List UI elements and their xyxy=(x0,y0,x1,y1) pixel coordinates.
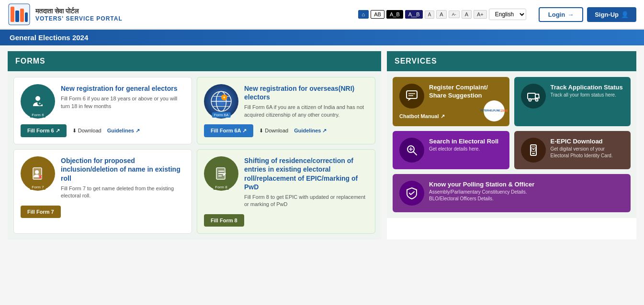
login-button[interactable]: Login → xyxy=(539,7,583,22)
svg-rect-4 xyxy=(25,12,28,22)
contrast1-button[interactable]: AB xyxy=(371,10,384,19)
polling-service-card[interactable]: Know your Polling Station & Officer Asse… xyxy=(393,174,631,212)
svg-point-27 xyxy=(529,99,531,101)
track-truck-icon xyxy=(527,89,540,103)
search-electoral-icon xyxy=(405,143,418,157)
logo-icon xyxy=(8,3,31,26)
contrast2-button[interactable]: A_B xyxy=(386,10,403,19)
form6a-info: New registration for overseas(NRI) elect… xyxy=(244,84,368,119)
form6a-description: Fill Form 6A if you are a citizen of Ind… xyxy=(244,104,368,119)
svg-rect-1 xyxy=(11,7,14,22)
guidelines-form6-button[interactable]: Guidelines ↗ xyxy=(107,128,140,134)
form7-badge: Form 7 xyxy=(30,185,45,190)
form6a-card: + Form 6A New registration for overseas(… xyxy=(197,77,375,144)
forms-section-header: FORMS xyxy=(8,51,381,71)
epic-icon-circle xyxy=(521,138,546,163)
election-banner-text: General Elections 2024 xyxy=(10,33,88,42)
form6-description: Fill Form 6 if you are 18 years or above… xyxy=(61,95,185,110)
epic-info: E-EPIC Download Get digital version of y… xyxy=(551,138,624,159)
complaint-service-card[interactable]: Register Complaint/ Share Suggestion Cha… xyxy=(393,77,509,126)
epic-description: Get digital version of your Electoral Ph… xyxy=(551,146,624,159)
form6-person-icon: + xyxy=(30,94,45,109)
complaint-info: Register Complaint/ Share Suggestion xyxy=(429,84,503,100)
polling-info: Know your Polling Station & Officer Asse… xyxy=(429,181,534,202)
svg-point-28 xyxy=(535,99,538,101)
form6a-actions: Fill Form 6A ↗ ⬇ Download Guidelines ↗ xyxy=(204,124,368,137)
form8-badge: Form 8 xyxy=(213,185,229,190)
form6-icon: + Form 6 xyxy=(21,84,55,119)
guidelines-form6a-button[interactable]: Guidelines ↗ xyxy=(294,128,327,134)
login-label: Login xyxy=(548,11,565,18)
form8-title: Shifting of residence/correction of entr… xyxy=(244,156,368,191)
home-button[interactable]: ⌂ xyxy=(358,10,369,19)
download-form6-button[interactable]: ⬇ Download xyxy=(72,128,102,134)
track-service-card[interactable]: Track Application Status Track all your … xyxy=(514,77,631,126)
search-icon-circle xyxy=(399,138,424,163)
form8-info: Shifting of residence/correction of entr… xyxy=(244,156,368,208)
form6a-badge: Form 6A xyxy=(212,112,231,118)
complaint-title: Register Complaint/ Share Suggestion xyxy=(429,84,503,100)
track-info: Track Application Status Track all your … xyxy=(551,84,623,98)
track-icon-circle xyxy=(521,84,546,109)
portal-name-english: VOTERS' SERVICE PORTAL xyxy=(35,15,123,22)
chatbot-badge: VOTER HELPLINE 1950 xyxy=(484,100,505,121)
search-info: Search in Electoral Roll Get elector det… xyxy=(429,138,498,152)
complaint-icon-circle xyxy=(399,84,424,109)
svg-rect-23 xyxy=(407,91,417,98)
search-card-inner: Search in Electoral Roll Get elector det… xyxy=(399,138,503,163)
form7-title: Objection for proposed inclusion/deletio… xyxy=(61,156,185,183)
header: मतदाता सेवा पोर्टल VOTERS' SERVICE PORTA… xyxy=(0,0,644,30)
form8-icon: Form 8 xyxy=(204,156,238,191)
contrast3-button[interactable]: A__B xyxy=(405,10,423,19)
form7-description: Fill Form 7 to get name deleted from the… xyxy=(61,185,185,200)
logo-area: मतदाता सेवा पोर्टल VOTERS' SERVICE PORTA… xyxy=(8,3,123,26)
fill-form8-button[interactable]: Fill Form 8 xyxy=(204,214,244,227)
form7-deletion-icon xyxy=(30,166,45,181)
forms-grid: + Form 6 New registration for general el… xyxy=(8,71,381,240)
track-card-inner: Track Application Status Track all your … xyxy=(521,84,624,109)
epic-card-inner: E-EPIC Download Get digital version of y… xyxy=(521,138,624,163)
form7-card-top: Form 7 Objection for proposed inclusion/… xyxy=(21,156,185,199)
form7-card: Form 7 Objection for proposed inclusion/… xyxy=(13,149,192,234)
main-content: FORMS + Form 6 New regis xyxy=(0,45,644,245)
form6-actions: Fill Form 6 ↗ ⬇ Download Guidelines ↗ xyxy=(21,124,185,137)
form7-icon: Form 7 xyxy=(21,156,55,191)
font-a-plus-button[interactable]: A+ xyxy=(474,10,487,19)
svg-rect-2 xyxy=(15,11,19,22)
font-a-normal-button[interactable]: A xyxy=(462,10,472,19)
auth-buttons: Login → Sign-Up 👤 xyxy=(539,7,636,22)
accessibility-bar: ⌂ AB A_B A__B A A A- A A+ English हिंदी xyxy=(358,9,526,20)
fill-form6a-button[interactable]: Fill Form 6A ↗ xyxy=(204,124,253,137)
svg-text:+: + xyxy=(39,102,41,105)
font-a-minus-button[interactable]: A- xyxy=(449,11,460,18)
epic-title: E-EPIC Download xyxy=(551,138,624,146)
download-form6a-button[interactable]: ⬇ Download xyxy=(259,128,288,134)
signup-label: Sign-Up xyxy=(595,11,619,18)
services-section-header: SERVICES xyxy=(387,51,636,71)
search-description: Get elector details here. xyxy=(429,146,498,152)
form6-card: + Form 6 New registration for general el… xyxy=(13,77,192,144)
signup-button[interactable]: Sign-Up 👤 xyxy=(587,7,636,22)
fill-form6-button[interactable]: Fill Form 6 ↗ xyxy=(21,124,67,137)
form6a-icon: + Form 6A xyxy=(204,84,238,119)
search-title: Search in Electoral Roll xyxy=(429,138,498,146)
search-service-card[interactable]: Search in Electoral Roll Get elector det… xyxy=(393,131,509,169)
track-title: Track Application Status xyxy=(551,84,623,92)
portal-names: मतदाता सेवा पोर्टल VOTERS' SERVICE PORTA… xyxy=(35,7,123,22)
polling-description: Assembly/Parliamentary Constituency Deta… xyxy=(429,189,534,196)
form6a-globe-icon: + xyxy=(209,89,233,113)
polling-card-inner: Know your Polling Station & Officer Asse… xyxy=(399,181,624,206)
font-a2-button[interactable]: A xyxy=(436,10,446,19)
font-a1-button[interactable]: A xyxy=(425,11,435,19)
form6-card-top: + Form 6 New registration for general el… xyxy=(21,84,185,119)
epic-service-card[interactable]: E-EPIC Download Get digital version of y… xyxy=(514,131,631,169)
form7-actions: Fill Form 7 xyxy=(21,206,185,218)
form7-info: Objection for proposed inclusion/deletio… xyxy=(61,156,185,199)
svg-text:+: + xyxy=(223,95,226,100)
polling-icon-circle xyxy=(399,181,424,206)
track-description: Track all your form status here. xyxy=(551,92,623,98)
svg-point-5 xyxy=(35,96,40,101)
language-selector[interactable]: English हिंदी xyxy=(489,9,526,20)
fill-form7-button[interactable]: Fill Form 7 xyxy=(21,206,61,218)
form6-badge: Form 6 xyxy=(30,112,45,118)
